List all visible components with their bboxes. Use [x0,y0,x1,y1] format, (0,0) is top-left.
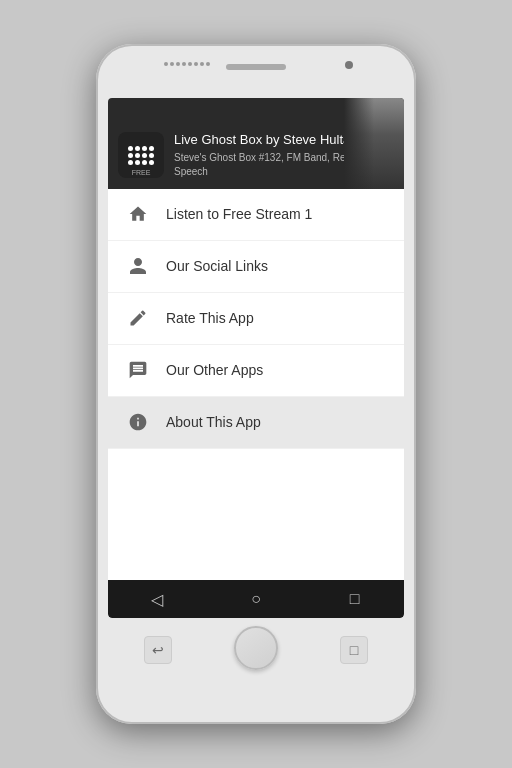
menu-label-listen: Listen to Free Stream 1 [166,206,312,222]
menu-item-rate[interactable]: Rate This App [108,293,404,345]
header-thumbnail [344,98,404,189]
menu-item-about[interactable]: About This App [108,397,404,449]
bottom-bezel: ↩ □ [104,618,408,678]
physical-back-button[interactable]: ↩ [144,636,172,664]
speaker [226,64,286,70]
menu-item-other[interactable]: Our Other Apps [108,345,404,397]
nav-back-button[interactable]: ◁ [145,587,169,611]
menu-label-other: Our Other Apps [166,362,263,378]
front-camera [345,61,353,69]
top-dots [164,62,210,66]
nav-recent-button[interactable]: □ [343,587,367,611]
chat-icon [124,356,152,384]
nav-home-button[interactable]: ○ [244,587,268,611]
menu-item-social[interactable]: Our Social Links [108,241,404,293]
menu-label-rate: Rate This App [166,310,254,326]
menu-item-listen[interactable]: Listen to Free Stream 1 [108,189,404,241]
menu-label-social: Our Social Links [166,258,268,274]
info-icon [124,408,152,436]
top-bezel [104,54,408,98]
home-icon [124,200,152,228]
app-icon-label: FREE [132,169,151,176]
app-header: ⋮ ⇧ [108,98,404,189]
screen: ⋮ ⇧ [108,98,404,618]
menu-list: Listen to Free Stream 1 Our Social Links… [108,189,404,580]
phone-frame: ⋮ ⇧ [96,44,416,724]
physical-home-button[interactable] [234,626,278,670]
rate-icon [124,304,152,332]
physical-recent-button[interactable]: □ [340,636,368,664]
nav-bar: ◁ ○ □ [108,580,404,618]
app-icon: FREE [118,132,164,178]
menu-label-about: About This App [166,414,261,430]
person-icon [124,252,152,280]
